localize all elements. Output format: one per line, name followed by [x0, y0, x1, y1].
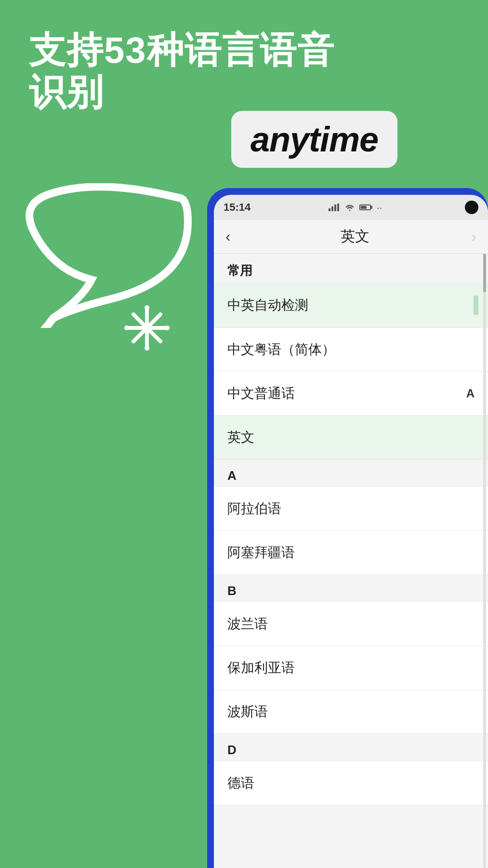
svg-point-6 — [124, 326, 129, 330]
title-part3: 识别 — [29, 71, 104, 112]
title-part2: 种语言语音 — [147, 29, 335, 70]
svg-point-5 — [145, 346, 149, 351]
item-label-german: 德语 — [227, 774, 254, 792]
header-title: 支持53种语言语音识别 — [29, 29, 459, 113]
svg-rect-9 — [331, 206, 333, 211]
status-icons: ·· — [329, 202, 382, 213]
nav-title: 英文 — [238, 227, 472, 246]
back-button[interactable]: ‹ — [225, 228, 231, 245]
list-item-arabic[interactable]: 阿拉伯语 — [214, 487, 488, 531]
more-icon: ·· — [377, 202, 382, 213]
title-number: 53 — [104, 29, 147, 70]
mandarin-badge: A — [466, 387, 475, 400]
selected-badge-auto — [474, 296, 478, 315]
svg-point-7 — [165, 326, 170, 330]
svg-rect-11 — [337, 203, 339, 211]
signal-icon — [329, 203, 339, 211]
list-item-auto-detect[interactable]: 中英自动检测 — [214, 283, 488, 328]
svg-rect-8 — [329, 208, 330, 211]
item-label-mandarin: 中文普通话 — [227, 384, 295, 403]
forward-button[interactable]: › — [471, 228, 476, 245]
phone-screen: 15:14 ·· — [214, 195, 488, 868]
list-item-english[interactable]: 英文 — [214, 416, 488, 460]
list-item-mandarin[interactable]: 中文普通话 A — [214, 372, 488, 416]
list-item-azerbaijani[interactable]: 阿塞拜疆语 — [214, 531, 488, 575]
status-bar: 15:14 ·· — [214, 195, 488, 220]
phone-mockup: 15:14 ·· — [207, 188, 488, 868]
section-header-a: A — [214, 460, 488, 487]
item-label-english: 英文 — [227, 428, 254, 447]
list-item-cantonese[interactable]: 中文粤语（简体） — [214, 328, 488, 372]
item-label-persian: 波斯语 — [227, 703, 268, 721]
item-label-polish: 波兰语 — [227, 615, 268, 633]
section-header-d: D — [214, 734, 488, 761]
scrollbar-thumb[interactable] — [483, 254, 486, 292]
battery-icon — [359, 204, 371, 210]
nav-bar: ‹ 英文 › — [214, 220, 488, 254]
list-item-bulgarian[interactable]: 保加利亚语 — [214, 646, 488, 690]
list-item-polish[interactable]: 波兰语 — [214, 602, 488, 646]
scrollbar-track — [483, 254, 486, 868]
title-part1: 支持 — [29, 29, 104, 70]
list-item-german[interactable]: 德语 — [214, 761, 488, 805]
list-item-persian[interactable]: 波斯语 — [214, 690, 488, 734]
section-header-b: B — [214, 575, 488, 602]
svg-point-4 — [145, 305, 149, 310]
anytime-badge: anytime — [231, 111, 397, 168]
item-label-cantonese: 中文粤语（简体） — [227, 340, 335, 359]
status-time: 15:14 — [224, 201, 251, 214]
anytime-label: anytime — [251, 120, 378, 159]
snowflake-decoration — [123, 304, 171, 352]
item-label-auto: 中英自动检测 — [227, 296, 308, 314]
wifi-icon — [345, 203, 355, 211]
front-camera — [465, 201, 478, 214]
svg-rect-10 — [334, 204, 336, 211]
language-list: 常用 中英自动检测 中文粤语（简体） 中文普通话 A 英文 A 阿拉伯语 — [214, 254, 488, 805]
item-label-arabic: 阿拉伯语 — [227, 500, 281, 518]
section-header-common: 常用 — [214, 254, 488, 283]
item-label-azerbaijani: 阿塞拜疆语 — [227, 543, 295, 562]
item-label-bulgarian: 保加利亚语 — [227, 659, 295, 677]
